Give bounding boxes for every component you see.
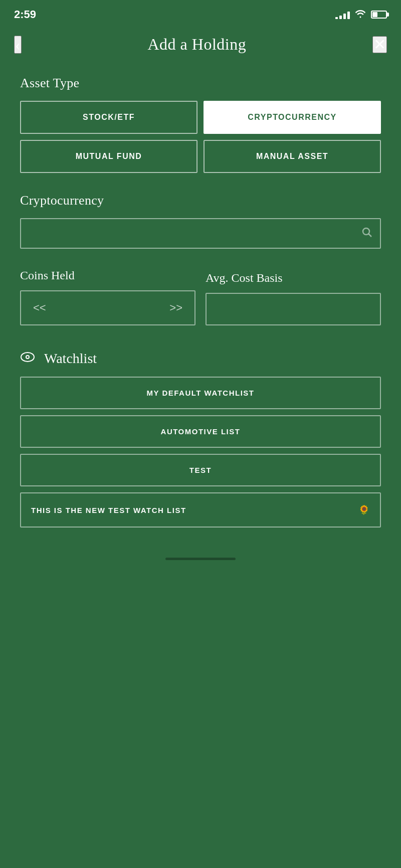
- cryptocurrency-section: Cryptocurrency: [20, 193, 381, 249]
- stock-etf-button[interactable]: STOCK/ETF: [20, 101, 197, 134]
- watchlist-section: Watchlist MY DEFAULT WATCHLIST AUTOMOTIV…: [20, 351, 381, 528]
- watchlist-item-automotive[interactable]: AUTOMOTIVE LIST: [20, 415, 381, 448]
- avg-cost-basis-label: Avg. Cost Basis: [206, 271, 381, 285]
- mutual-fund-button[interactable]: MUTUAL FUND: [20, 140, 197, 173]
- sunflower-emoji-icon: 🌻: [358, 504, 370, 515]
- status-icons: [335, 9, 387, 21]
- watchlist-items-list: MY DEFAULT WATCHLIST AUTOMOTIVE LIST TES…: [20, 377, 381, 528]
- watchlist-title: Watchlist: [44, 351, 97, 367]
- eye-icon: [20, 351, 35, 366]
- back-button[interactable]: ‹: [14, 36, 22, 54]
- status-bar: 2:59: [0, 0, 401, 27]
- cryptocurrency-button[interactable]: CRYPTOCURRENCY: [204, 101, 381, 134]
- home-indicator: [165, 558, 236, 560]
- asset-type-section: Asset Type STOCK/ETF CRYPTOCURRENCY MUTU…: [20, 76, 381, 173]
- search-icon: [361, 226, 373, 241]
- page-title: Add a Holding: [147, 35, 246, 54]
- svg-point-0: [363, 228, 369, 235]
- avg-cost-basis-input[interactable]: [206, 293, 381, 325]
- watchlist-item-new-test[interactable]: THIS IS THE NEW TEST WATCH LIST 🌻: [20, 492, 381, 528]
- asset-type-label: Asset Type: [20, 76, 381, 91]
- coins-increment-button[interactable]: >>: [165, 301, 186, 314]
- cryptocurrency-label: Cryptocurrency: [20, 193, 381, 208]
- svg-line-1: [369, 234, 372, 237]
- coins-held-stepper: << >>: [20, 290, 195, 325]
- avg-cost-basis-group: Avg. Cost Basis: [206, 271, 381, 325]
- nav-header: ‹ Add a Holding ✕: [0, 27, 401, 66]
- wifi-icon: [355, 9, 366, 21]
- watchlist-header: Watchlist: [20, 351, 381, 367]
- svg-point-4: [27, 356, 29, 358]
- manual-asset-button[interactable]: MANUAL ASSET: [204, 140, 381, 173]
- status-time: 2:59: [14, 8, 36, 21]
- signal-bars-icon: [335, 10, 350, 19]
- main-content: Asset Type STOCK/ETF CRYPTOCURRENCY MUTU…: [0, 66, 401, 548]
- asset-type-grid: STOCK/ETF CRYPTOCURRENCY MUTUAL FUND MAN…: [20, 101, 381, 173]
- coins-held-label: Coins Held: [20, 269, 195, 282]
- close-button[interactable]: ✕: [372, 36, 387, 53]
- coins-held-group: Coins Held << >>: [20, 269, 195, 325]
- watchlist-item-default[interactable]: MY DEFAULT WATCHLIST: [20, 377, 381, 409]
- search-wrapper: [20, 218, 381, 249]
- battery-icon: [371, 11, 387, 19]
- coins-and-cost-section: Coins Held << >> Avg. Cost Basis: [20, 269, 381, 325]
- cryptocurrency-search-input[interactable]: [20, 218, 381, 249]
- watchlist-item-test[interactable]: TEST: [20, 454, 381, 486]
- coins-decrement-button[interactable]: <<: [29, 301, 50, 314]
